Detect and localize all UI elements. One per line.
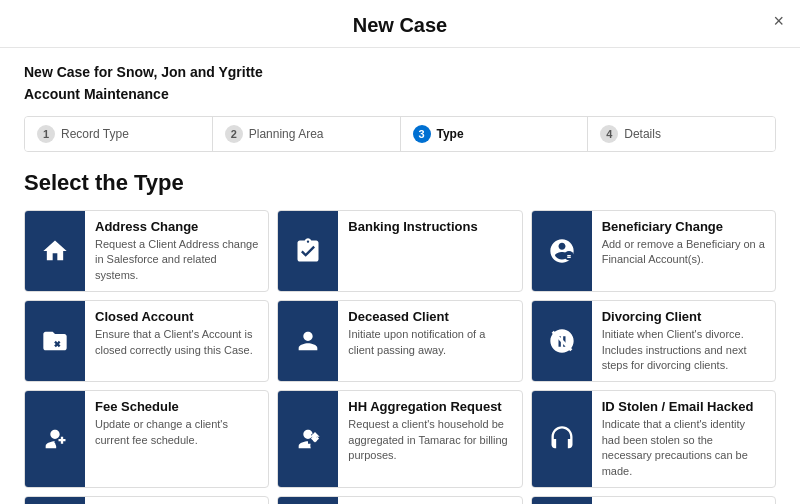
clipboard-check-icon — [278, 211, 338, 291]
card-content: Legal Name Change — [85, 497, 268, 504]
card-desc: Request a client's household be aggregat… — [348, 417, 511, 463]
card-title: Fee Schedule — [95, 399, 258, 414]
modal-header: New Case × — [0, 0, 800, 48]
cards-grid: Address Change Request a Client Address … — [24, 210, 776, 504]
card-content: Address Change Request a Client Address … — [85, 211, 268, 291]
headset-icon — [532, 391, 592, 487]
card-content: ID Stolen / Email Hacked Indicate that a… — [592, 391, 775, 487]
card-lost-client[interactable]: Lost Client — [277, 496, 522, 504]
card-title: Divorcing Client — [602, 309, 765, 324]
card-closed-account[interactable]: Closed Account Ensure that a Client's Ac… — [24, 300, 269, 382]
user-circle-icon — [532, 211, 592, 291]
card-legal-name-change[interactable]: Legal Name Change — [24, 496, 269, 504]
card-deceased-client[interactable]: Deceased Client Initiate upon notificati… — [277, 300, 522, 382]
step-label: Type — [437, 127, 464, 141]
card-desc: Initiate when Client's divorce. Includes… — [602, 327, 765, 373]
card-desc: Initiate upon notification of a client p… — [348, 327, 511, 358]
user-x-icon — [278, 497, 338, 504]
card-id-stolen-email-hacked[interactable]: ID Stolen / Email Hacked Indicate that a… — [531, 390, 776, 488]
card-divorcing-client[interactable]: Divorcing Client Initiate when Client's … — [531, 300, 776, 382]
step-label: Planning Area — [249, 127, 324, 141]
card-address-change[interactable]: Address Change Request a Client Address … — [24, 210, 269, 292]
modal-body: New Case for Snow, Jon and Ygritte Accou… — [0, 48, 800, 504]
card-content: Lost Client — [338, 497, 521, 504]
folder-x-icon — [25, 301, 85, 381]
user-dollar-icon — [25, 391, 85, 487]
card-desc: Indicate that a client's identity had be… — [602, 417, 765, 479]
card-title: HH Aggregation Request — [348, 399, 511, 414]
no-circle-icon — [532, 301, 592, 381]
card-title: ID Stolen / Email Hacked — [602, 399, 765, 414]
card-title: Deceased Client — [348, 309, 511, 324]
card-desc: Request a Client Address change in Sales… — [95, 237, 258, 283]
card-banking-instructions[interactable]: Banking Instructions — [277, 210, 522, 292]
card-portal-setup[interactable]: Portal Setup — [531, 496, 776, 504]
step-num: 1 — [37, 125, 55, 143]
step-num: 3 — [413, 125, 431, 143]
user-silhouette-icon — [278, 301, 338, 381]
step-details[interactable]: 4Details — [588, 117, 775, 151]
card-content: Deceased Client Initiate upon notificati… — [338, 301, 521, 366]
step-planning-area[interactable]: 2Planning Area — [213, 117, 401, 151]
card-desc: Ensure that a Client's Account is closed… — [95, 327, 258, 358]
section-label: Account Maintenance — [24, 86, 776, 102]
card-content: Beneficiary Change Add or remove a Benef… — [592, 211, 775, 276]
card-content: HH Aggregation Request Request a client'… — [338, 391, 521, 471]
card-content: Fee Schedule Update or change a client's… — [85, 391, 268, 456]
step-num: 4 — [600, 125, 618, 143]
step-label: Record Type — [61, 127, 129, 141]
card-content: Portal Setup — [592, 497, 775, 504]
card-content: Banking Instructions — [338, 211, 521, 245]
card-title: Beneficiary Change — [602, 219, 765, 234]
step-record-type[interactable]: 1Record Type — [25, 117, 213, 151]
case-subtitle: New Case for Snow, Jon and Ygritte — [24, 64, 776, 80]
home-icon — [25, 211, 85, 291]
card-title: Address Change — [95, 219, 258, 234]
select-type-title: Select the Type — [24, 170, 776, 196]
card-content: Divorcing Client Initiate when Client's … — [592, 301, 775, 381]
card-beneficiary-change[interactable]: Beneficiary Change Add or remove a Benef… — [531, 210, 776, 292]
step-label: Details — [624, 127, 661, 141]
close-button[interactable]: × — [773, 12, 784, 30]
card-hh-aggregation-request[interactable]: HH Aggregation Request Request a client'… — [277, 390, 522, 488]
step-type[interactable]: 3Type — [401, 117, 589, 151]
modal-title: New Case — [353, 14, 448, 37]
card-desc: Add or remove a Beneficiary on a Financi… — [602, 237, 765, 268]
card-fee-schedule[interactable]: Fee Schedule Update or change a client's… — [24, 390, 269, 488]
card-title: Banking Instructions — [348, 219, 511, 234]
card-title: Closed Account — [95, 309, 258, 324]
step-num: 2 — [225, 125, 243, 143]
card-desc: Update or change a client's current fee … — [95, 417, 258, 448]
steps-bar: 1Record Type2Planning Area3Type4Details — [24, 116, 776, 152]
card-content: Closed Account Ensure that a Client's Ac… — [85, 301, 268, 366]
monitor-icon — [532, 497, 592, 504]
document-pen-icon — [25, 497, 85, 504]
person-up-icon — [278, 391, 338, 487]
